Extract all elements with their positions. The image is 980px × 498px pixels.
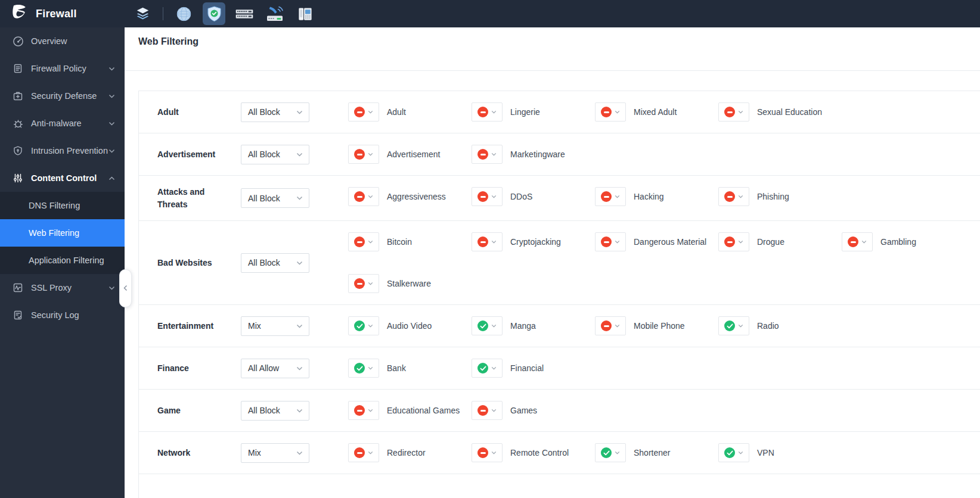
item-state-dropdown[interactable]: [348, 316, 379, 335]
item-state-dropdown[interactable]: [472, 145, 503, 164]
sidebar: Overview Firewall Policy Security Defens…: [0, 27, 125, 498]
item-state-dropdown[interactable]: [595, 187, 626, 206]
mode-select-value: Mix: [248, 448, 261, 457]
item-state-dropdown[interactable]: [472, 232, 503, 251]
chevron-down-icon: [296, 366, 303, 371]
sidebar-collapse-handle[interactable]: [119, 269, 132, 307]
category-item: Remote Control: [472, 432, 595, 474]
item-state-dropdown[interactable]: [718, 316, 749, 335]
chevron-down-icon: [491, 366, 497, 370]
sidebar-item-application-filtering[interactable]: Application Filtering: [0, 247, 125, 274]
sidebar-item-ssl-proxy[interactable]: SSL Proxy: [0, 274, 125, 301]
item-state-dropdown[interactable]: [472, 359, 503, 378]
sidebar-item-dns-filtering[interactable]: DNS Filtering: [0, 192, 125, 219]
mode-select[interactable]: All Block: [241, 401, 309, 421]
category-item: Lingerie: [472, 91, 595, 133]
item-state-dropdown[interactable]: [348, 401, 379, 420]
category-item-label: Aggressiveness: [387, 191, 446, 203]
block-icon: [354, 107, 365, 117]
sidebar-item-firewall-policy[interactable]: Firewall Policy: [0, 55, 125, 82]
item-state-dropdown[interactable]: [595, 102, 626, 122]
switch-icon[interactable]: [233, 2, 256, 25]
sidebar-item-web-filtering[interactable]: Web Filtering: [0, 219, 125, 247]
item-state-dropdown[interactable]: [718, 232, 749, 251]
item-state-dropdown[interactable]: [595, 443, 626, 462]
sidebar-item-content-control[interactable]: Content Control: [0, 164, 125, 192]
item-state-dropdown[interactable]: [348, 359, 379, 378]
category-row: Finance All Allow Bank Financial: [139, 347, 980, 390]
chevron-down-icon: [108, 94, 115, 98]
tab-bar: [125, 61, 980, 71]
category-item: Aggressiveness: [348, 175, 472, 219]
sidebar-item-intrusion-prevention[interactable]: Intrusion Prevention: [0, 137, 125, 164]
category-label: Game: [139, 390, 241, 431]
security-shield-icon[interactable]: [203, 2, 225, 25]
item-state-dropdown[interactable]: [595, 232, 626, 251]
item-state-dropdown[interactable]: [842, 232, 873, 251]
network-globe-icon[interactable]: [172, 2, 195, 25]
mode-select[interactable]: All Block: [241, 188, 309, 208]
mode-select-value: All Block: [248, 150, 280, 159]
chevron-left-icon: [123, 283, 128, 294]
category-item-label: VPN: [757, 447, 774, 459]
voip-phone-icon[interactable]: [263, 2, 286, 25]
mode-select[interactable]: All Block: [241, 253, 309, 273]
item-state-dropdown[interactable]: [595, 316, 626, 335]
category-item: Dangerous Material: [595, 221, 718, 263]
layers-icon[interactable]: [131, 2, 154, 25]
item-state-dropdown[interactable]: [348, 232, 379, 251]
category-item: DDoS: [472, 175, 595, 219]
item-state-dropdown[interactable]: [348, 145, 379, 164]
item-state-dropdown[interactable]: [348, 187, 379, 206]
chevron-down-icon: [615, 195, 620, 198]
chevron-down-icon: [738, 240, 743, 244]
item-state-dropdown[interactable]: [472, 443, 503, 462]
category-item: Bank: [348, 347, 472, 389]
block-icon: [477, 236, 488, 247]
item-state-dropdown[interactable]: [472, 316, 503, 335]
bug-icon: [12, 118, 24, 129]
category-item-label: Educational Games: [387, 405, 460, 416]
allow-icon: [477, 363, 488, 374]
chevron-down-icon: [491, 240, 497, 244]
category-item: Mixed Adult: [595, 91, 718, 133]
chevron-down-icon: [491, 110, 497, 114]
mode-select[interactable]: Mix: [241, 443, 309, 463]
item-state-dropdown[interactable]: [472, 401, 503, 420]
sidebar-item-label: Content Control: [31, 173, 108, 183]
category-row: Network Mix Redirector Remote Control: [139, 432, 980, 474]
chevron-down-icon: [861, 240, 867, 244]
mode-select[interactable]: Mix: [241, 316, 309, 336]
category-item-label: Mobile Phone: [634, 320, 685, 332]
category-item-label: Hacking: [634, 191, 664, 203]
sidebar-item-security-defense[interactable]: Security Defense: [0, 82, 125, 110]
mode-select[interactable]: All Allow: [241, 359, 309, 378]
sidebar-item-overview[interactable]: Overview: [0, 27, 125, 55]
sidebar-item-anti-malware[interactable]: Anti-malware: [0, 110, 125, 137]
item-state-dropdown[interactable]: [718, 102, 749, 122]
category-label: Adult: [139, 91, 241, 133]
category-item: Phishing: [718, 175, 842, 219]
block-icon: [354, 236, 365, 247]
category-item: Audio Video: [348, 305, 472, 347]
block-icon: [601, 191, 612, 202]
brand-name: Firewall: [36, 8, 77, 20]
item-state-dropdown[interactable]: [718, 187, 749, 206]
item-state-dropdown[interactable]: [472, 102, 503, 122]
category-item-label: DDoS: [510, 191, 532, 203]
item-state-dropdown[interactable]: [472, 187, 503, 206]
security-log-icon: [12, 310, 24, 320]
item-state-dropdown[interactable]: [348, 443, 379, 462]
category-row: Attacks and Threats All Block Aggressive…: [139, 176, 980, 221]
fax-phone-icon[interactable]: [294, 2, 317, 25]
firewall-app-window: Firewall Overview Firewall Policy Securi…: [0, 0, 980, 498]
block-icon: [477, 191, 488, 202]
item-state-dropdown[interactable]: [348, 102, 379, 122]
mode-select[interactable]: All Block: [241, 102, 309, 122]
mode-select[interactable]: All Block: [241, 145, 309, 164]
block-icon: [724, 236, 735, 247]
item-state-dropdown[interactable]: [718, 443, 749, 462]
item-state-dropdown[interactable]: [348, 274, 379, 293]
category-item: Educational Games: [348, 390, 472, 431]
sidebar-item-security-log[interactable]: Security Log: [0, 301, 125, 329]
